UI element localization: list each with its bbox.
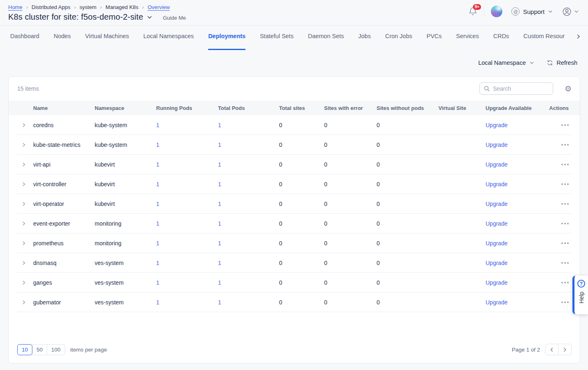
guide-me-link[interactable]: Guide Me [163, 15, 186, 21]
next-page-button[interactable] [558, 344, 572, 355]
workspace-avatar[interactable] [491, 6, 502, 17]
running-pods-link[interactable]: 1 [156, 122, 159, 128]
page-size-100-button[interactable]: 100 [47, 344, 65, 355]
tab-nodes[interactable]: Nodes [54, 31, 71, 50]
tab-pvcs[interactable]: PVCs [427, 31, 442, 50]
running-pods-link[interactable]: 1 [156, 181, 159, 187]
row-expander-icon[interactable] [17, 260, 33, 265]
breadcrumb-item[interactable]: Managed K8s [106, 4, 138, 10]
row-actions-menu-icon[interactable] [561, 240, 569, 247]
cell-name: virt-controller [33, 181, 95, 187]
upgrade-link[interactable]: Upgrade [486, 122, 508, 128]
tab-cron-jobs[interactable]: Cron Jobs [385, 31, 412, 50]
total-pods-link[interactable]: 1 [218, 299, 221, 306]
search-input[interactable] [493, 85, 546, 92]
running-pods-link[interactable]: 1 [156, 279, 159, 286]
upgrade-link[interactable]: Upgrade [486, 201, 508, 207]
row-actions-menu-icon[interactable] [561, 299, 569, 306]
running-pods-link[interactable]: 1 [156, 161, 159, 168]
row-actions-menu-icon[interactable] [561, 279, 569, 286]
total-pods-link[interactable]: 1 [218, 260, 221, 266]
tab-daemon-sets[interactable]: Daemon Sets [308, 31, 344, 50]
support-menu[interactable]: @ Support [511, 7, 553, 16]
row-expander-icon[interactable] [17, 162, 33, 167]
running-pods-link[interactable]: 1 [156, 299, 159, 306]
running-pods-link[interactable]: 1 [156, 201, 159, 207]
namespace-selector[interactable]: Local Namespace [478, 59, 534, 66]
row-expander-icon[interactable] [17, 241, 33, 246]
running-pods-link[interactable]: 1 [156, 240, 159, 247]
tab-custom-resour[interactable]: Custom Resour [523, 31, 565, 50]
breadcrumb-item[interactable]: Overview [148, 4, 170, 10]
total-pods-link[interactable]: 1 [218, 181, 221, 187]
row-actions-menu-icon[interactable] [561, 161, 569, 168]
total-pods-link[interactable]: 1 [218, 201, 221, 207]
cell-namespace: monitoring [95, 240, 156, 247]
tab-stateful-sets[interactable]: Stateful Sets [260, 31, 293, 50]
tab-deployments[interactable]: Deployments [208, 31, 245, 50]
column-header: Upgrade Available [486, 105, 551, 111]
row-expander-icon[interactable] [17, 221, 33, 226]
total-pods-link[interactable]: 1 [218, 161, 221, 168]
cell-sites-without-pods: 0 [377, 181, 438, 187]
row-expander-icon[interactable] [17, 123, 33, 128]
upgrade-link[interactable]: Upgrade [486, 142, 508, 148]
settings-gear-icon[interactable]: ⚙ [565, 85, 572, 93]
total-pods-link[interactable]: 1 [218, 279, 221, 286]
total-pods-link[interactable]: 1 [218, 142, 221, 148]
items-per-page-label: items per page [70, 347, 107, 353]
tab-jobs[interactable]: Jobs [358, 31, 371, 50]
cell-total-sites: 0 [279, 299, 324, 306]
upgrade-link[interactable]: Upgrade [486, 279, 508, 286]
tab-services[interactable]: Services [456, 31, 479, 50]
chevron-down-icon [548, 9, 553, 14]
breadcrumb-item[interactable]: Distributed Apps [32, 4, 70, 10]
row-actions-menu-icon[interactable] [561, 181, 569, 187]
refresh-label: Refresh [556, 59, 577, 66]
prev-page-button[interactable] [545, 344, 558, 355]
breadcrumb-item[interactable]: system [79, 4, 96, 10]
cell-namespace: monitoring [95, 220, 156, 227]
breadcrumb-item[interactable]: Home [8, 4, 23, 10]
row-actions-menu-icon[interactable] [561, 260, 569, 266]
toolbar: Local Namespace Refresh [0, 50, 588, 69]
total-pods-link[interactable]: 1 [218, 240, 221, 247]
upgrade-link[interactable]: Upgrade [486, 260, 508, 266]
upgrade-link[interactable]: Upgrade [486, 299, 508, 306]
account-menu[interactable] [562, 7, 579, 17]
row-expander-icon[interactable] [17, 201, 33, 206]
help-tab[interactable]: ? Help [572, 276, 588, 314]
row-actions-menu-icon[interactable] [561, 220, 569, 227]
cell-name: event-exporter [33, 220, 95, 227]
tab-dashboard[interactable]: Dashboard [10, 31, 39, 50]
row-actions-menu-icon[interactable] [561, 201, 569, 207]
upgrade-link[interactable]: Upgrade [486, 181, 508, 187]
row-actions-menu-icon[interactable] [561, 142, 569, 148]
row-expander-icon[interactable] [17, 280, 33, 285]
total-pods-link[interactable]: 1 [218, 122, 221, 128]
upgrade-link[interactable]: Upgrade [486, 161, 508, 168]
running-pods-link[interactable]: 1 [156, 220, 159, 227]
running-pods-link[interactable]: 1 [156, 260, 159, 266]
running-pods-link[interactable]: 1 [156, 142, 159, 148]
row-expander-icon[interactable] [17, 300, 33, 305]
cell-name: virt-api [33, 161, 95, 168]
tabs-overflow-button[interactable] [568, 31, 588, 45]
total-pods-link[interactable]: 1 [218, 220, 221, 227]
upgrade-link[interactable]: Upgrade [486, 220, 508, 227]
header-actions: 9+ @ Support [468, 6, 579, 17]
column-header: Actions [549, 105, 572, 111]
upgrade-link[interactable]: Upgrade [486, 240, 508, 247]
tab-virtual-machines[interactable]: Virtual Machines [85, 31, 129, 50]
tab-local-namespaces[interactable]: Local Namespaces [143, 31, 194, 50]
row-actions-menu-icon[interactable] [561, 122, 569, 128]
table-row: coredns kube-system 1 1 0 0 0 Upgrade [9, 115, 580, 135]
notifications-bell-icon[interactable]: 9+ [468, 7, 477, 16]
page-size-10-button[interactable]: 10 [17, 344, 32, 355]
tab-crds[interactable]: CRDs [493, 31, 509, 50]
title-chevron-down-icon[interactable] [147, 14, 152, 20]
page-size-50-button[interactable]: 50 [32, 344, 47, 355]
row-expander-icon[interactable] [17, 182, 33, 187]
refresh-button[interactable]: Refresh [547, 59, 577, 66]
row-expander-icon[interactable] [17, 142, 33, 147]
